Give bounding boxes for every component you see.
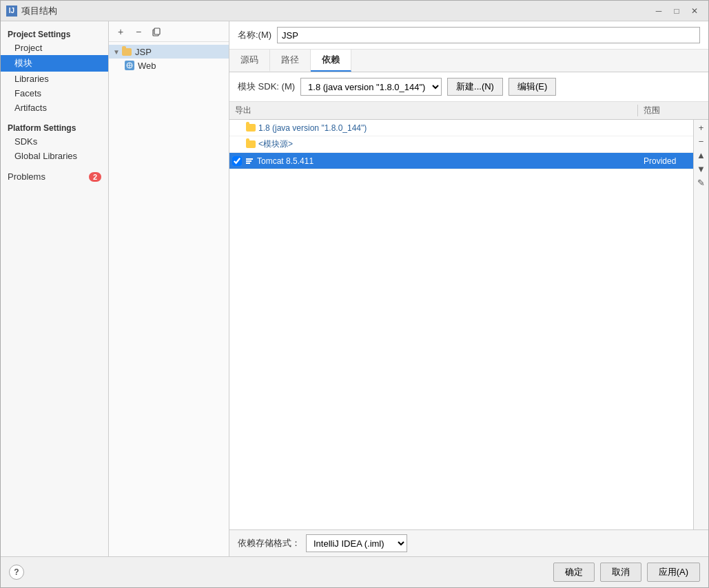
dep-item-label: 1.8 (java version "1.8.0_144") [258,123,367,133]
tree-remove-button[interactable]: − [131,24,146,39]
apply-button[interactable]: 应用(A) [647,563,700,582]
format-select[interactable]: IntelliJ IDEA (.iml) Eclipse (.classpath… [306,534,407,552]
table-row[interactable]: <模块源> [229,136,693,153]
sdk-row: 模块 SDK: (M) 1.8 (java version "1.8.0_144… [229,72,708,102]
table-header: 导出 范围 [229,102,708,120]
sdk-edit-button[interactable]: 编辑(E) [508,78,556,96]
dep-cell-main: Tomcat 8.5.411 [229,156,638,166]
project-settings-label: Project Settings [1,27,108,41]
bottom-bar: 依赖存储格式： IntelliJ IDEA (.iml) Eclipse (.c… [229,529,708,556]
format-label: 依赖存储格式： [238,537,300,549]
sdk-new-button[interactable]: 新建...(N) [447,78,503,96]
app-icon: IJ [6,6,17,17]
module-source-icon [246,140,256,149]
sidebar-item-facets[interactable]: Facets [1,86,108,101]
tree-item-jsp[interactable]: ▼ JSP [109,45,229,59]
sidebar: Project Settings Project 模块 Libraries Fa… [1,21,109,556]
tree-content: ▼ JSP [109,42,229,556]
main-panel: 名称:(M) 源码 路径 依赖 模块 SDK: (M) 1.8 (ja [229,21,708,556]
dep-cell-main: 1.8 (java version "1.8.0_144") [229,123,638,133]
minimize-button[interactable]: ─ [650,3,667,19]
footer-left: ? [9,565,24,580]
dependency-table-container: 导出 范围 1.8 (java versio [229,102,708,529]
window-title: 项目结构 [21,5,650,17]
dep-table-body: 1.8 (java version "1.8.0_144") [229,120,693,529]
tree-add-button[interactable]: + [113,24,128,39]
tree-item-label: Web [138,61,156,71]
tab-deps[interactable]: 依赖 [311,50,351,72]
module-tree-panel: + − ▼ JSP [109,21,229,556]
problems-badge: 2 [89,172,101,182]
table-row[interactable]: 1.8 (java version "1.8.0_144") [229,120,693,136]
ok-button[interactable]: 确定 [553,563,595,582]
title-bar: IJ 项目结构 ─ □ ✕ [1,1,708,21]
edit-dep-button[interactable]: ✎ [695,176,708,189]
platform-settings-label: Platform Settings [1,120,108,134]
footer: ? 确定 取消 应用(A) [1,556,708,587]
sdk-label: 模块 SDK: (M) [238,81,295,93]
move-down-button[interactable]: ▼ [695,162,708,175]
maximize-button[interactable]: □ [668,3,685,19]
tree-arrow-icon: ▼ [113,48,121,56]
sidebar-item-libraries[interactable]: Libraries [1,72,108,86]
tree-item-web[interactable]: Web [109,59,229,72]
dep-cell-scope: Provided [638,156,693,166]
col-scope-header: 范围 [638,105,693,116]
tree-item-label: JSP [135,47,152,57]
help-button[interactable]: ? [9,565,24,580]
table-with-scrollbar: 1.8 (java version "1.8.0_144") [229,120,708,529]
tomcat-icon [245,156,254,166]
sidebar-item-sdks[interactable]: SDKs [1,134,108,149]
name-label: 名称:(M) [238,29,271,41]
add-dep-button[interactable]: + [695,121,708,134]
sidebar-divider-2 [1,163,108,169]
window-controls: ─ □ ✕ [650,3,703,19]
folder-icon [121,46,132,57]
remove-dep-button[interactable]: − [695,135,708,147]
tree-copy-button[interactable] [149,24,164,39]
jdk-icon [246,123,256,133]
problems-row[interactable]: Problems 2 [1,169,108,185]
sidebar-item-modules[interactable]: 模块 [1,55,108,72]
web-module-icon [124,60,135,71]
name-input[interactable] [277,27,700,43]
sidebar-item-artifacts[interactable]: Artifacts [1,101,108,115]
footer-right: 确定 取消 应用(A) [553,563,700,582]
svg-rect-1 [154,28,160,34]
col-export-header: 导出 [229,105,638,116]
dep-cell-main: <模块源> [229,138,638,150]
sidebar-item-global-libraries[interactable]: Global Libraries [1,149,108,163]
content-area: Project Settings Project 模块 Libraries Fa… [1,21,708,556]
tab-path[interactable]: 路径 [270,50,311,72]
name-row: 名称:(M) [229,21,708,50]
tabs-row: 源码 路径 依赖 [229,50,708,72]
table-row[interactable]: Tomcat 8.5.411 Provided [229,153,693,169]
dep-item-label: <模块源> [258,138,293,150]
cancel-button[interactable]: 取消 [600,563,641,582]
sidebar-item-project[interactable]: Project [1,41,108,55]
tab-source[interactable]: 源码 [229,50,270,72]
main-window: IJ 项目结构 ─ □ ✕ Project Settings Project 模… [0,0,709,588]
sidebar-divider [1,115,108,120]
sdk-select[interactable]: 1.8 (java version "1.8.0_144") [300,78,442,96]
dep-item-label: Tomcat 8.5.411 [257,156,314,166]
problems-label: Problems [8,171,89,182]
right-action-bar: + − ▲ ▼ ✎ [693,120,708,529]
tree-toolbar: + − [109,21,229,42]
move-up-button[interactable]: ▲ [695,149,708,161]
dep-checkbox[interactable] [232,156,242,166]
close-button[interactable]: ✕ [686,3,703,19]
